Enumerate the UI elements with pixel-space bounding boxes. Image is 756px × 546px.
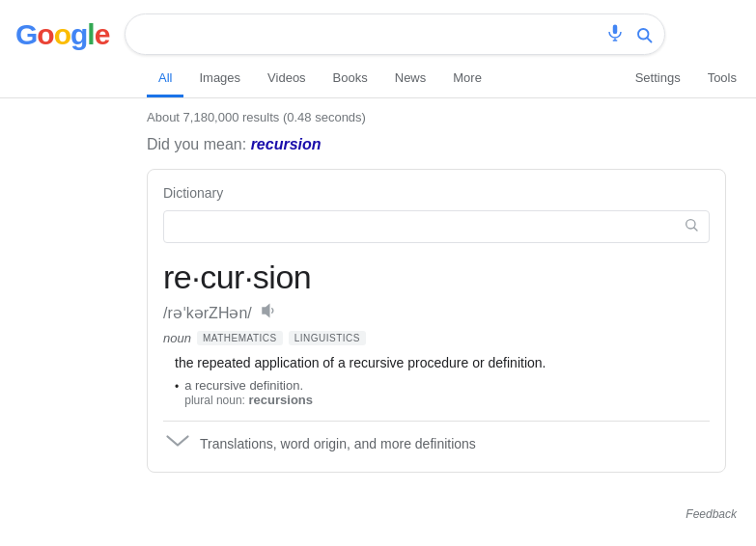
definition-main: the repeated application of a recursive … (163, 355, 710, 370)
dictionary-search-button[interactable] (684, 217, 699, 236)
logo-letter-g2: g (70, 18, 87, 50)
google-logo[interactable]: Google (15, 18, 109, 51)
tab-videos[interactable]: Videos (256, 61, 318, 97)
tab-tools[interactable]: Tools (696, 61, 748, 97)
mic-icon[interactable] (606, 20, 624, 48)
tab-all[interactable]: All (147, 61, 183, 97)
nav-left: All Images Videos Books News More (147, 61, 493, 97)
pronunciation: /rəˈkərZHən/ (163, 302, 710, 323)
search-input[interactable]: recursion (141, 26, 606, 43)
badge-linguistics: Linguistics (289, 331, 366, 345)
bullet-icon: • (175, 380, 179, 394)
tab-images[interactable]: Images (187, 61, 252, 97)
tab-books[interactable]: Books (322, 61, 379, 97)
tab-more[interactable]: More (441, 61, 493, 97)
logo-letter-o2: o (54, 18, 70, 50)
nav-right: Settings Tools (624, 61, 756, 97)
search-icon-group (606, 20, 653, 48)
example-text: a recursive definition. (184, 378, 303, 393)
example-item: • a recursive definition. plural noun: r… (163, 378, 710, 407)
did-you-mean-link[interactable]: recursion (251, 136, 322, 152)
results-count: About 7,180,000 results (0.48 seconds) (147, 110, 734, 124)
word-type: noun (163, 331, 191, 345)
did-you-mean-label: Did you mean: (147, 136, 246, 152)
more-definitions[interactable]: Translations, word origin, and more defi… (163, 421, 710, 456)
logo-letter-o1: o (37, 18, 53, 50)
dictionary-card: Dictionary recursion re·cur·sion /rəˈkər… (147, 169, 726, 473)
svg-line-5 (694, 228, 697, 231)
feedback: Feedback (0, 488, 756, 521)
pronunciation-text: /rəˈkərZHən/ (163, 304, 252, 322)
tab-settings[interactable]: Settings (624, 61, 692, 97)
svg-line-3 (648, 38, 652, 41)
logo-letter-g: G (15, 18, 37, 50)
word-title: re·cur·sion (163, 259, 710, 296)
dictionary-search-input[interactable]: recursion (174, 219, 684, 234)
badge-mathematics: Mathematics (197, 331, 283, 345)
svg-marker-6 (262, 304, 269, 318)
plural-word: recursions (249, 393, 313, 407)
word-type-row: noun Mathematics Linguistics (163, 331, 710, 345)
search-bar: recursion (125, 14, 665, 55)
word-display: re·cur·sion (163, 259, 311, 295)
tab-news[interactable]: News (383, 61, 438, 97)
main-content: About 7,180,000 results (0.48 seconds) D… (0, 98, 734, 473)
plural-label: plural noun: (184, 394, 245, 407)
more-definitions-label: Translations, word origin, and more defi… (200, 436, 476, 451)
logo-letter-e: e (95, 18, 110, 50)
chevron-down-icon (163, 431, 192, 456)
dictionary-title: Dictionary (163, 185, 710, 201)
speaker-icon[interactable] (260, 302, 277, 323)
search-button[interactable] (635, 26, 653, 43)
did-you-mean: Did you mean: recursion (147, 136, 734, 153)
dictionary-search-bar: recursion (163, 210, 710, 243)
feedback-link[interactable]: Feedback (686, 507, 737, 521)
header: Google recursion (0, 0, 756, 55)
nav-tabs: All Images Videos Books News More Settin… (0, 61, 756, 98)
logo-letter-l: l (87, 18, 94, 50)
word-header: re·cur·sion (163, 259, 710, 296)
